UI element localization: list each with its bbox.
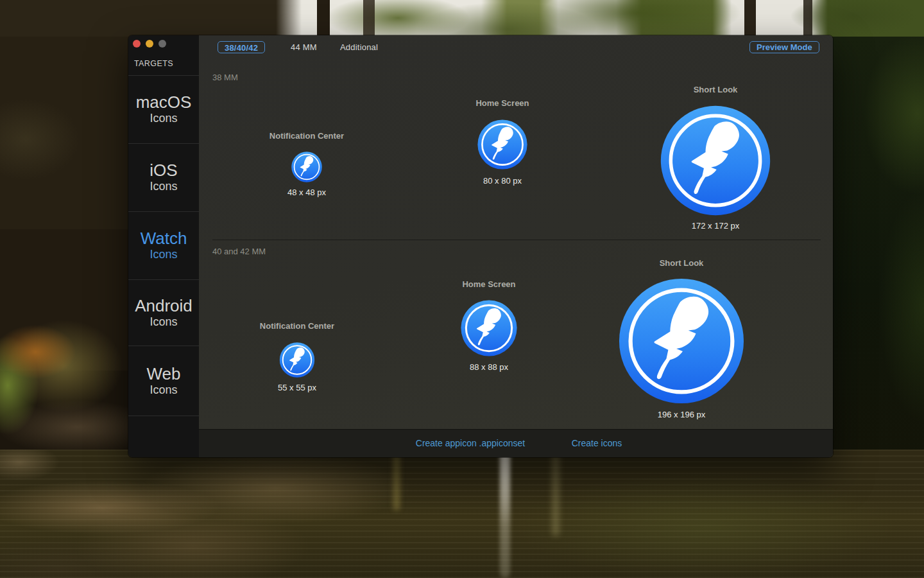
content-area: 38/40/42 44 MM Additional Preview Mode 3… — [199, 35, 833, 457]
app-window: TARGETS macOS Icons iOS Icons Watch Icon… — [128, 35, 833, 457]
sidebar-item-label: Watch — [141, 229, 187, 248]
sidebar-item-label: macOS — [136, 93, 192, 112]
sidebar-item-sublabel: Icons — [150, 180, 177, 194]
sidebar-item-watch[interactable]: Watch Icons — [128, 211, 199, 279]
slot-title-short-look: Short Look — [660, 258, 704, 268]
minimize-button[interactable] — [146, 40, 153, 48]
slot-title-home-screen: Home Screen — [475, 98, 529, 108]
wallpaper-reflection — [552, 453, 560, 536]
slot-title-notification-center: Notification Center — [270, 131, 344, 141]
feather-app-icon[interactable] — [477, 119, 527, 170]
sidebar-item-label: Web — [147, 365, 181, 383]
wallpaper-rock-left — [0, 37, 135, 457]
tab-44mm[interactable]: 44 MM — [291, 41, 317, 53]
section-title-38mm: 38 MM — [212, 73, 238, 82]
feather-app-icon[interactable] — [291, 152, 322, 182]
sidebar-title: TARGETS — [134, 59, 173, 68]
wallpaper-forest-sky — [0, 0, 924, 37]
slot-size-label: 80 x 80 px — [483, 176, 522, 186]
sidebar-item-sublabel: Icons — [150, 112, 177, 126]
wallpaper-water — [0, 450, 924, 578]
sidebar-item-label: iOS — [150, 161, 177, 180]
create-icons-link[interactable]: Create icons — [572, 430, 622, 457]
sidebar: TARGETS macOS Icons iOS Icons Watch Icon… — [128, 35, 199, 457]
footer-bar: Create appicon .appiconset Create icons — [199, 429, 833, 457]
window-controls — [133, 40, 166, 48]
preview-mode-button[interactable]: Preview Mode — [749, 41, 819, 53]
wallpaper-reflection — [500, 450, 510, 578]
slot-size-label: 55 x 55 px — [278, 383, 316, 392]
wallpaper-foliage-right — [828, 37, 924, 457]
slot-title-short-look: Short Look — [694, 85, 738, 94]
sidebar-item-web[interactable]: Web Icons — [128, 346, 199, 416]
sidebar-item-label: Android — [135, 297, 193, 315]
zoom-button[interactable] — [158, 40, 166, 48]
feather-app-icon[interactable] — [461, 300, 517, 356]
slot-size-label: 88 x 88 px — [470, 362, 508, 372]
slot-title-home-screen: Home Screen — [462, 279, 515, 289]
sidebar-item-android[interactable]: Android Icons — [128, 279, 199, 346]
section-title-40-42mm: 40 and 42 MM — [212, 247, 266, 256]
slot-size-label: 196 x 196 px — [658, 410, 705, 419]
wallpaper-reflection — [393, 453, 400, 511]
sidebar-empty-row — [128, 416, 199, 457]
feather-app-icon[interactable] — [660, 105, 771, 216]
sidebar-list: macOS Icons iOS Icons Watch Icons Androi… — [128, 75, 199, 457]
section-divider — [212, 240, 821, 240]
feather-app-icon[interactable] — [619, 278, 744, 404]
slot-size-label: 172 x 172 px — [692, 221, 739, 231]
close-button[interactable] — [133, 40, 141, 48]
create-appiconset-link[interactable]: Create appicon .appiconset — [416, 430, 525, 457]
sidebar-item-sublabel: Icons — [150, 315, 177, 329]
feather-app-icon[interactable] — [280, 342, 315, 378]
sidebar-item-sublabel: Icons — [150, 383, 177, 398]
tab-additional[interactable]: Additional — [340, 41, 378, 53]
slot-size-label: 48 x 48 px — [287, 188, 326, 197]
tab-38-40-42[interactable]: 38/40/42 — [218, 41, 265, 53]
sidebar-item-sublabel: Icons — [150, 248, 177, 262]
sidebar-item-ios[interactable]: iOS Icons — [128, 143, 199, 211]
slot-title-notification-center: Notification Center — [260, 321, 334, 331]
sidebar-item-macos[interactable]: macOS Icons — [128, 75, 199, 143]
